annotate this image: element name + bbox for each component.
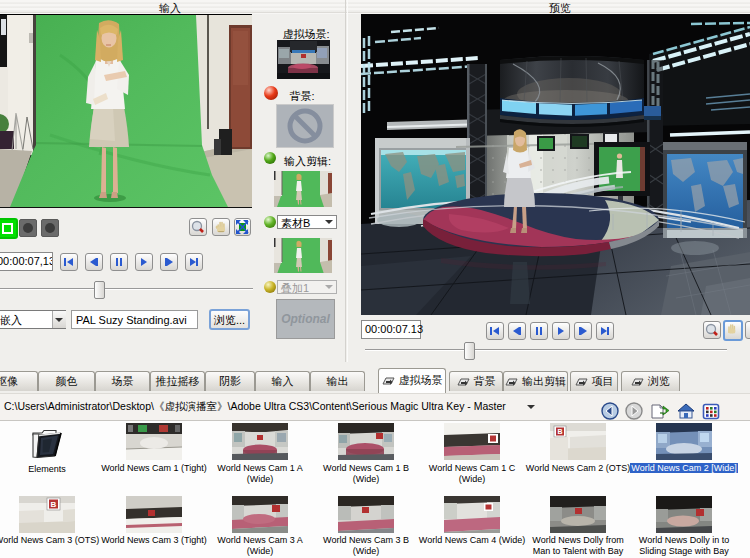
svg-text:B: B (51, 500, 57, 509)
svg-text:B: B (557, 428, 562, 435)
